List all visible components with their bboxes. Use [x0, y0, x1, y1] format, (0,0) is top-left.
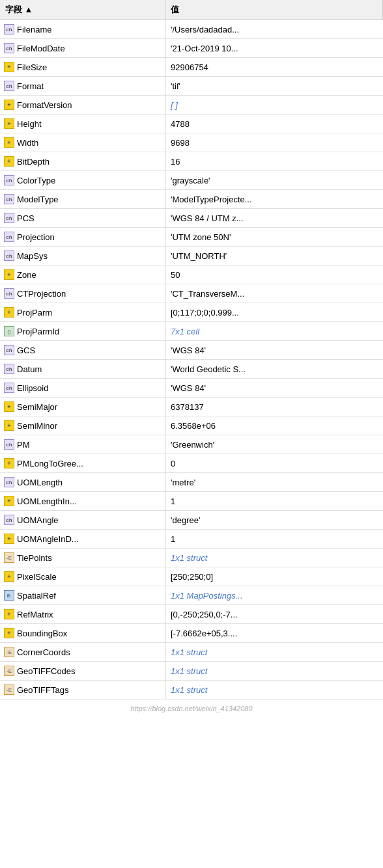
char-icon: ch: [4, 232, 14, 242]
field-cell: ch Filename: [0, 20, 165, 38]
table-row[interactable]: + FormatVersion [ ]: [0, 96, 383, 115]
char-icon: ch: [4, 213, 14, 223]
field-value: 4788: [171, 119, 190, 129]
cell-icon: {}: [4, 326, 14, 336]
table-row[interactable]: ch PCS 'WGS 84 / UTM z...: [0, 209, 383, 228]
value-cell: 4788: [165, 116, 383, 131]
table-row[interactable]: ch PM 'Greenwich': [0, 435, 383, 454]
table-row[interactable]: ch UOMAngle 'degree': [0, 511, 383, 530]
field-name: Height: [17, 119, 42, 129]
table-row[interactable]: ch ColorType 'grayscale': [0, 171, 383, 190]
field-name: Projection: [17, 232, 55, 242]
table-row[interactable]: + SemiMajor 6378137: [0, 398, 383, 416]
field-name: UOMAngleInD...: [17, 534, 79, 544]
field-name: UOMLengthIn...: [17, 496, 77, 506]
table-row[interactable]: ch CTProjection 'CT_TransverseM...: [0, 284, 383, 303]
value-cell: [250;250;0]: [165, 569, 383, 584]
char-icon: ch: [4, 383, 14, 393]
value-cell: 50: [165, 267, 383, 282]
table-row[interactable]: + Width 9698: [0, 133, 383, 152]
value-cell: 'UTM zone 50N': [165, 230, 383, 245]
field-cell: 🗈 SpatialRef: [0, 586, 165, 604]
field-cell: + PMLongToGree...: [0, 454, 165, 472]
table-row[interactable]: + PixelScale [250;250;0]: [0, 567, 383, 586]
field-value: '/Users/dadadad...: [171, 25, 239, 34]
table-row[interactable]: ch Ellipsoid 'WGS 84': [0, 379, 383, 398]
table-row[interactable]: + UOMLengthIn... 1: [0, 492, 383, 511]
table-row[interactable]: -E CornerCoords 1x1 struct: [0, 643, 383, 662]
field-header-label: 字段 ▲: [5, 4, 33, 16]
value-cell: 1: [165, 532, 383, 547]
table-row[interactable]: + PMLongToGree... 0: [0, 454, 383, 473]
char-icon: ch: [4, 288, 14, 299]
numeric-icon: +: [4, 420, 14, 431]
field-name: FileSize: [17, 62, 47, 72]
value-cell: 'grayscale': [165, 173, 383, 188]
field-value: 'grayscale': [171, 176, 210, 185]
field-value: [0,-250;250,0;-7...: [171, 610, 238, 619]
field-cell: {} ProjParmId: [0, 322, 165, 340]
table-row[interactable]: + RefMatrix [0,-250;250,0;-7...: [0, 605, 383, 624]
field-cell: + RefMatrix: [0, 605, 165, 623]
field-cell: ch Projection: [0, 228, 165, 246]
field-value: 'metre': [171, 478, 195, 487]
table-row[interactable]: -E GeoTIFFTags 1x1 struct: [0, 681, 383, 699]
field-name: PixelScale: [17, 572, 57, 582]
table-row[interactable]: ch Format 'tif': [0, 77, 383, 96]
table-row[interactable]: ch GCS 'WGS 84': [0, 341, 383, 360]
char-icon: ch: [4, 251, 14, 261]
table-row[interactable]: ch Filename '/Users/dadadad...: [0, 20, 383, 39]
field-value: 0: [171, 459, 175, 468]
field-value: 1x1 struct: [171, 666, 207, 676]
table-row[interactable]: ch MapSys 'UTM_NORTH': [0, 247, 383, 265]
value-cell: 'degree': [165, 513, 383, 528]
field-name: Ellipsoid: [17, 383, 48, 393]
table-row[interactable]: + BitDepth 16: [0, 152, 383, 171]
field-value: 6378137: [171, 402, 204, 412]
numeric-icon: +: [4, 137, 14, 148]
table-row[interactable]: + BoundingBox [-7.6662e+05,3....: [0, 624, 383, 643]
table-row[interactable]: -E GeoTIFFCodes 1x1 struct: [0, 662, 383, 681]
field-name: SemiMajor: [17, 402, 57, 412]
field-cell: -E GeoTIFFTags: [0, 681, 165, 699]
numeric-icon: +: [4, 269, 14, 280]
field-name: ProjParmId: [17, 327, 59, 336]
table-row[interactable]: + ProjParm [0;117;0;0;0.999...: [0, 303, 383, 322]
value-cell: 'WGS 84': [165, 343, 383, 358]
value-cell: 'metre': [165, 475, 383, 490]
field-name: BoundingBox: [17, 629, 67, 638]
field-value: 'CT_TransverseM...: [171, 289, 244, 299]
table-row[interactable]: -E TiePoints 1x1 struct: [0, 549, 383, 567]
char-icon: ch: [4, 364, 14, 374]
field-name: BitDepth: [17, 157, 50, 167]
value-cell: 0: [165, 456, 383, 471]
value-cell: 1x1 MapPostings...: [165, 588, 383, 603]
struct-icon: -E: [4, 685, 14, 695]
table-row[interactable]: {} ProjParmId 7x1 cell: [0, 322, 383, 341]
table-row[interactable]: + FileSize 92906754: [0, 58, 383, 77]
table-row[interactable]: ch FileModDate '21-Oct-2019 10...: [0, 39, 383, 58]
numeric-icon: +: [4, 571, 14, 582]
table-row[interactable]: 🗈 SpatialRef 1x1 MapPostings...: [0, 586, 383, 605]
field-name: GeoTIFFCodes: [17, 666, 76, 676]
field-value: '21-Oct-2019 10...: [171, 44, 238, 53]
field-cell: ch CTProjection: [0, 284, 165, 303]
field-name: FileModDate: [17, 44, 65, 53]
value-column-header[interactable]: 值: [165, 0, 383, 20]
table-row[interactable]: ch UOMLength 'metre': [0, 473, 383, 492]
table-row[interactable]: + SemiMinor 6.3568e+06: [0, 416, 383, 435]
field-cell: ch Format: [0, 77, 165, 95]
table-row[interactable]: + Height 4788: [0, 115, 383, 133]
char-icon: ch: [4, 81, 14, 91]
value-cell: 7x1 cell: [165, 324, 383, 339]
field-cell: + Zone: [0, 265, 165, 284]
table-row[interactable]: + UOMAngleInD... 1: [0, 530, 383, 549]
table-row[interactable]: + Zone 50: [0, 265, 383, 284]
char-icon: ch: [4, 24, 14, 34]
field-column-header[interactable]: 字段 ▲: [0, 0, 165, 20]
value-cell: 'tif': [165, 79, 383, 94]
table-row[interactable]: ch Datum 'World Geodetic S...: [0, 360, 383, 379]
table-row[interactable]: ch Projection 'UTM zone 50N': [0, 228, 383, 247]
table-row[interactable]: ch ModelType 'ModelTypeProjecte...: [0, 190, 383, 209]
field-value: 'WGS 84 / UTM z...: [171, 213, 244, 223]
